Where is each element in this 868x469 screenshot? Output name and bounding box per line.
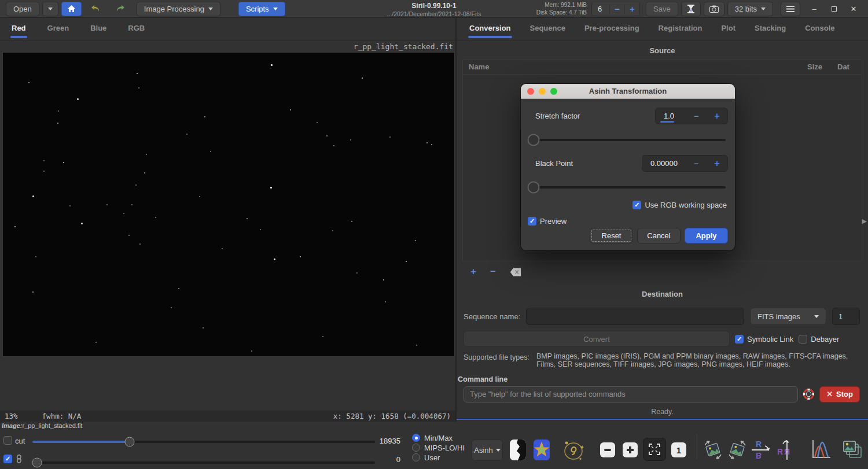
radio-mips[interactable]: MIPS-LO/HI bbox=[412, 443, 465, 452]
bit-depth-dropdown[interactable]: 32 bits bbox=[727, 2, 773, 16]
hamburger-menu-button[interactable] bbox=[781, 2, 800, 16]
tab-plot[interactable]: Plot bbox=[720, 19, 737, 39]
close-button[interactable]: ✕ bbox=[845, 5, 862, 13]
command-input[interactable] bbox=[464, 386, 798, 402]
minimize-button[interactable]: – bbox=[806, 5, 823, 13]
apply-button[interactable]: Apply bbox=[685, 228, 728, 243]
mirror-vertical-button[interactable]: R R bbox=[777, 439, 797, 461]
lo-slider-handle[interactable] bbox=[32, 458, 42, 468]
zoom-in-button[interactable] bbox=[623, 442, 638, 457]
sequence-name-input[interactable] bbox=[526, 308, 744, 325]
tab-stacking[interactable]: Stacking bbox=[753, 19, 787, 39]
add-files-button[interactable]: + bbox=[470, 266, 476, 278]
snapshot-button[interactable] bbox=[704, 2, 724, 16]
cut-option[interactable] bbox=[3, 436, 12, 445]
hi-level-slider[interactable] bbox=[32, 441, 375, 443]
rotate-cw-button[interactable] bbox=[727, 440, 748, 460]
tab-console[interactable]: Console bbox=[804, 19, 836, 39]
zoom-one-button[interactable]: 1 bbox=[671, 442, 686, 457]
black-point-value[interactable]: 0.00000 bbox=[642, 156, 686, 171]
tab-registration[interactable]: Registration bbox=[657, 19, 704, 39]
command-help-lifebuoy-icon[interactable] bbox=[803, 389, 814, 400]
rotate-ccw-button[interactable] bbox=[703, 440, 723, 460]
thread-count-spinner[interactable]: 6 − + bbox=[591, 2, 640, 16]
open-recent-dropdown[interactable] bbox=[42, 2, 58, 16]
tab-rgb[interactable]: RGB bbox=[127, 19, 146, 39]
black-point-slider-handle[interactable] bbox=[528, 182, 540, 194]
stretch-factor-value[interactable]: 1.0 bbox=[656, 108, 686, 124]
tab-red[interactable]: Red bbox=[10, 19, 27, 39]
undo-button[interactable] bbox=[84, 2, 106, 16]
tab-sequence[interactable]: Sequence bbox=[529, 19, 567, 39]
star bbox=[351, 221, 352, 222]
maximize-button[interactable] bbox=[825, 5, 843, 13]
star-detection-button[interactable] bbox=[533, 438, 550, 461]
stop-button[interactable]: ✕ Stop bbox=[819, 386, 860, 402]
tab-green[interactable]: Green bbox=[46, 19, 71, 39]
symbolic-link-checkbox[interactable]: ✓ bbox=[735, 335, 744, 344]
column-date[interactable]: Dat bbox=[837, 62, 856, 71]
convert-button[interactable]: Convert bbox=[464, 331, 730, 347]
tab-preprocessing[interactable]: Pre-processing bbox=[583, 19, 641, 39]
fit-to-window-button[interactable] bbox=[643, 438, 666, 461]
cancel-button[interactable]: Cancel bbox=[637, 228, 681, 243]
stretch-slider-handle[interactable] bbox=[528, 134, 540, 146]
histogram-button[interactable] bbox=[810, 438, 832, 460]
rgb-working-space-checkbox[interactable]: ✓ bbox=[632, 201, 641, 209]
hi-slider-handle[interactable] bbox=[125, 437, 135, 447]
minmax-radio-button[interactable] bbox=[412, 434, 420, 442]
black-point-spinner[interactable]: 0.00000 − + bbox=[642, 155, 728, 172]
remove-files-button[interactable]: − bbox=[490, 266, 496, 278]
negative-view-button[interactable] bbox=[509, 438, 527, 461]
output-filetype-dropdown[interactable]: FITS images bbox=[750, 308, 826, 325]
open-button[interactable]: Open bbox=[6, 2, 39, 16]
reset-button[interactable]: Reset bbox=[590, 228, 633, 243]
display-mode-dropdown[interactable]: Asinh bbox=[472, 440, 503, 461]
panel-expander-arrow[interactable]: ▶ bbox=[862, 217, 867, 225]
zoom-out-button[interactable] bbox=[600, 442, 615, 457]
mirror-horizontal-button[interactable]: R B bbox=[751, 439, 771, 461]
mips-radio-button[interactable] bbox=[412, 444, 420, 452]
save-button[interactable]: Save bbox=[646, 2, 678, 16]
lo-level-slider[interactable] bbox=[32, 461, 375, 464]
debayer-checkbox[interactable] bbox=[799, 335, 807, 344]
sequence-frames-button[interactable] bbox=[840, 438, 863, 461]
rgb-working-space-option[interactable]: ✓ Use RGB working space bbox=[632, 201, 727, 209]
stretch-factor-slider[interactable] bbox=[529, 134, 726, 146]
stretch-factor-spinner[interactable]: 1.0 − + bbox=[655, 108, 728, 124]
home-button[interactable] bbox=[61, 2, 82, 16]
radio-user[interactable]: User bbox=[412, 453, 465, 462]
debayer-option[interactable]: Debayer bbox=[799, 335, 839, 344]
minus-button[interactable]: − bbox=[609, 4, 624, 14]
preview-option[interactable]: ✓ Preview bbox=[528, 217, 567, 226]
minus-button[interactable]: − bbox=[686, 108, 707, 124]
tab-blue[interactable]: Blue bbox=[89, 19, 108, 39]
save-as-button[interactable] bbox=[681, 2, 701, 16]
star bbox=[137, 73, 138, 74]
link-levels-checkbox[interactable]: ✓ bbox=[3, 455, 12, 463]
column-name[interactable]: Name bbox=[469, 62, 489, 71]
scripts-menu[interactable]: Scripts bbox=[238, 2, 285, 16]
command-line-label: Command line bbox=[457, 369, 868, 386]
sequence-name-label: Sequence name: bbox=[464, 312, 520, 321]
symbolic-link-option[interactable]: ✓ Symbolic Link bbox=[735, 335, 793, 344]
minus-button[interactable]: − bbox=[686, 156, 707, 171]
plus-button[interactable]: + bbox=[707, 156, 727, 171]
astrometry-button[interactable] bbox=[562, 440, 585, 461]
clear-list-icon[interactable] bbox=[510, 268, 521, 276]
plus-button[interactable]: + bbox=[624, 4, 639, 14]
link-levels-option[interactable]: ✓ bbox=[3, 455, 12, 463]
black-point-slider[interactable] bbox=[529, 182, 726, 193]
user-radio-button[interactable] bbox=[412, 453, 420, 461]
column-size[interactable]: Size bbox=[807, 62, 822, 71]
cut-checkbox[interactable] bbox=[3, 436, 12, 445]
preview-checkbox[interactable]: ✓ bbox=[528, 217, 536, 226]
dialog-titlebar[interactable]: Asinh Transformation bbox=[521, 84, 735, 99]
image-canvas[interactable] bbox=[2, 52, 455, 357]
start-index-input[interactable] bbox=[832, 308, 860, 325]
image-processing-menu[interactable]: Image Processing bbox=[137, 2, 220, 16]
radio-minmax[interactable]: Min/Max bbox=[412, 433, 465, 442]
plus-button[interactable]: + bbox=[707, 108, 727, 124]
tab-conversion[interactable]: Conversion bbox=[468, 19, 512, 39]
redo-button[interactable] bbox=[109, 2, 131, 16]
